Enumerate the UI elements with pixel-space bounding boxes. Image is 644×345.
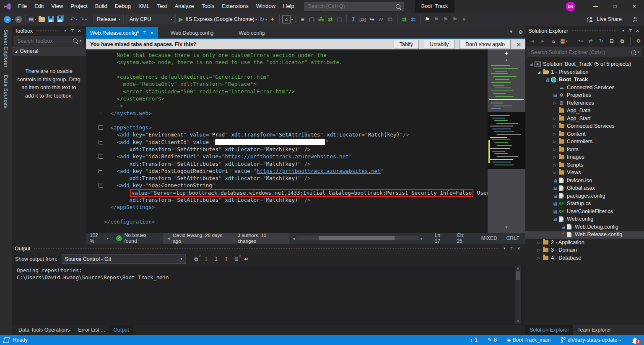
minimap-scrollbar[interactable]: ✚ ▲ ▼ — [488, 49, 525, 233]
code-line[interactable]: <system.web> node, there is no need to u… — [86, 59, 487, 66]
tree-item-images[interactable]: ▷Images — [525, 153, 644, 161]
se-back-icon[interactable]: ◄ — [528, 36, 537, 46]
output-source-select[interactable]: Source Control - Git ▾ — [62, 254, 186, 264]
indentation-indicator[interactable]: MIXED — [481, 235, 497, 241]
don-t-show-again-button[interactable]: Don't show again — [460, 40, 511, 49]
panel-tab-solution-explorer[interactable]: Solution Explorer — [525, 325, 573, 335]
tree-item-fonts[interactable]: ▷fonts — [525, 146, 644, 154]
scroll-down-icon[interactable]: ▼ — [515, 319, 521, 323]
output-content[interactable]: Opening repositories:C:\Users\David.Hwan… — [12, 265, 525, 325]
toolbar-options-icon[interactable]: ▾ — [460, 14, 468, 24]
refresh-icon[interactable]: ↻▾ — [259, 14, 267, 24]
code-line[interactable] — [86, 211, 487, 218]
code-line[interactable] — [86, 117, 487, 124]
expand-icon[interactable]: ▷ — [552, 124, 558, 128]
browser-link-icon[interactable]: ⌂▾ — [282, 14, 293, 24]
user-avatar[interactable]: DH — [566, 2, 575, 11]
se-home-icon[interactable]: ⌂ — [549, 36, 558, 46]
tree-item-scripts[interactable]: ▷Scripts — [525, 161, 644, 169]
tree-item-web-release-config[interactable]: ✔Web.Release.config — [525, 231, 644, 239]
menu-test[interactable]: Test — [153, 0, 171, 13]
fold-gutter[interactable] — [97, 183, 104, 188]
format-attributes-icon[interactable]: [@] — [358, 14, 367, 24]
code-line[interactable]: <add key="ida:ClientId" value="" — [86, 139, 487, 146]
tree-item-app-data[interactable]: App_Data — [525, 107, 644, 115]
maximize-button[interactable]: □ — [605, 0, 625, 13]
task-list-icon[interactable]: ≡ — [299, 14, 307, 24]
infobar-close-icon[interactable]: ✕ — [517, 41, 521, 48]
scroll-left-icon[interactable]: ◂ — [293, 236, 295, 241]
tree-item-app-start[interactable]: ▷App_Start — [525, 115, 644, 123]
toolbox-search-input[interactable] — [16, 38, 73, 44]
zoom-select[interactable]: 102 % ▾ — [86, 232, 112, 244]
se-properties-icon[interactable]: ⚙ — [634, 36, 643, 46]
tree-item-1-presentation[interactable]: ◢1 - Presentation — [525, 68, 644, 76]
expand-icon[interactable]: ▷ — [552, 170, 558, 175]
menu-debug[interactable]: Debug — [111, 0, 135, 13]
window-position-icon[interactable]: ▼ — [501, 247, 508, 250]
grow-font-icon[interactable]: A² — [377, 14, 385, 24]
close-button[interactable]: ✕ — [625, 0, 644, 13]
window-position-icon[interactable]: ▼ — [62, 29, 69, 33]
scrollbar-thumb[interactable] — [516, 271, 520, 280]
split-editor-handle-icon[interactable]: ✚ — [488, 51, 525, 56]
chevron-down-icon[interactable]: ▾ — [638, 50, 639, 54]
collapse-box-icon[interactable] — [99, 125, 103, 130]
move-to-folder-icon[interactable]: ↪ — [368, 14, 376, 24]
window-position-icon[interactable]: ▼ — [620, 29, 627, 33]
code-line[interactable]: <add key="ida:ConnectionString" — [86, 182, 487, 189]
next-message-icon[interactable]: ↧ — [222, 254, 231, 264]
pin-icon[interactable]: ⊤ — [143, 31, 147, 35]
background-tasks-icon[interactable] — [3, 337, 10, 343]
collapse-box-icon[interactable] — [99, 154, 103, 159]
git-blame-chip[interactable]: ◂ David Hwang, 28 days ago | 3 authors, … — [163, 233, 289, 244]
pin-icon[interactable]: ⊤ — [627, 28, 634, 33]
tree-item-web-debug-config[interactable]: Web.Debug.config — [525, 223, 644, 231]
code-line[interactable]: xdt:Transform="SetAttributes" xdt:Locato… — [86, 146, 487, 153]
tree-item-favicon-ico[interactable]: favicon.ico — [525, 177, 644, 185]
panel-tab-output[interactable]: Output — [109, 325, 133, 335]
issues-indicator[interactable]: ✓ No issues found — [112, 232, 163, 244]
increase-indent-icon[interactable]: ⇉ — [400, 14, 408, 24]
undo-icon[interactable]: ↶▾ — [70, 14, 78, 24]
tree-item-web-config[interactable]: ◢Web.config — [525, 215, 644, 223]
notifications-bell[interactable]: 3 — [633, 338, 637, 342]
expand-icon[interactable]: ▷ — [536, 256, 542, 260]
word-wrap-icon[interactable]: ↵ — [242, 254, 251, 264]
solution-configurations[interactable]: Release▾ — [93, 15, 124, 24]
nav-backward-icon[interactable]: ◄▾ — [4, 14, 13, 24]
scrollbar-thumb[interactable] — [319, 236, 395, 240]
previous-message-icon[interactable]: ↥ — [212, 254, 221, 264]
chevron-down-icon[interactable]: ▾ — [80, 39, 81, 43]
save-all-icon[interactable] — [56, 14, 64, 24]
code-line[interactable]: </configuration> — [86, 218, 487, 225]
panel-grip[interactable] — [36, 30, 58, 32]
panel-tab-team-explorer[interactable]: Team Explorer — [573, 325, 615, 335]
minimize-button[interactable]: — — [586, 0, 605, 13]
toolbox-search-box[interactable]: ▾ — [13, 36, 84, 46]
menu-extensions[interactable]: Extensions — [218, 0, 252, 13]
expand-icon[interactable]: ▷ — [552, 147, 558, 152]
document-outline-icon[interactable]: ▢ — [308, 14, 316, 24]
collapse-icon[interactable]: ◢ — [536, 70, 542, 74]
code-line[interactable]: </system.web> — [86, 109, 487, 116]
se-forward-icon[interactable]: ► — [539, 36, 547, 46]
panel-tab-data-tools-operations[interactable]: Data Tools Operations — [14, 325, 74, 335]
quick-search-box[interactable] — [304, 2, 404, 11]
new-item-icon[interactable]: ▤▾ — [28, 14, 36, 24]
panel-tab-error-list[interactable]: Error List ... — [74, 325, 109, 335]
tree-item-references[interactable]: ▷▥References — [525, 99, 644, 107]
fold-gutter[interactable] — [97, 154, 104, 159]
fold-gutter[interactable] — [97, 169, 104, 173]
sidebar-tab-data-sources[interactable]: Data Sources — [3, 75, 9, 108]
solution-explorer-search-input[interactable] — [530, 49, 631, 56]
tab-web-debug-config[interactable]: Web.Debug.config — [158, 27, 226, 39]
tree-item-connected-services[interactable]: ▷Connected Services — [525, 122, 644, 130]
code-line[interactable]: <add key="ida:RedirectUri" value="https:… — [86, 153, 487, 160]
outgoing-commits[interactable]: ↑ 1 — [470, 337, 478, 343]
menu-help[interactable]: Help — [279, 0, 298, 13]
expand-icon[interactable]: ▷ — [552, 139, 558, 144]
close-tab-icon[interactable]: ✕ — [150, 31, 153, 35]
se-pending-changes-filter-icon[interactable]: ◔▾ — [576, 36, 584, 46]
code-line[interactable]: <customErrors defaultRedirect="GenericEr… — [86, 73, 487, 80]
